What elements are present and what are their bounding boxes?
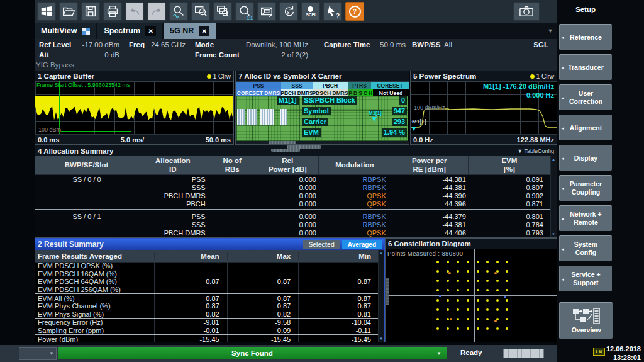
alloc-horizontal-scrollbar[interactable] bbox=[236, 141, 409, 144]
close-icon[interactable]: ✕ bbox=[199, 26, 209, 36]
allocation-column-header[interactable]: Rel Power [dB] bbox=[257, 156, 319, 175]
result-row[interactable]: EVM PDSCH 256QAM (%) bbox=[35, 286, 379, 294]
allocation-column-header[interactable]: Modulation bbox=[319, 156, 391, 175]
allocation-column-header[interactable]: Allocation ID bbox=[138, 156, 208, 175]
marker-m1-label[interactable]: M1[1] bbox=[369, 110, 382, 116]
softkey-reference[interactable]: Reference◂ bbox=[559, 24, 612, 50]
dropdown-icon[interactable]: ▼ bbox=[436, 351, 441, 356]
freq-value[interactable]: 24.65 GHz bbox=[151, 41, 186, 48]
sync-status-bar[interactable]: Sync Found ▼ bbox=[58, 347, 447, 359]
tab-multiview[interactable]: MultiView bbox=[35, 23, 96, 39]
zoom-one-to-one-button[interactable]: 1:1 bbox=[235, 2, 254, 21]
allocation-column-header[interactable]: No of RBs bbox=[208, 156, 257, 175]
result-row[interactable]: EVM All (%)0.870.870.87 bbox=[35, 293, 379, 302]
alloc-grid-plot[interactable]: M1[1] SS/PBCH Block 0 Symbol 947 Carrier… bbox=[236, 96, 408, 141]
allocation-row[interactable]: SS / 0 / 0PSS0.000RBPSK-44.3810.891 bbox=[35, 175, 551, 183]
tab-spectrum[interactable]: Spectrum ✕ bbox=[97, 23, 162, 39]
result-row[interactable]: EVM PDSCH 64QAM (%)0.870.870.87 bbox=[35, 278, 379, 286]
result-table-body[interactable]: EVM PDSCH QPSK (%)EVM PDSCH 16QAM (%)EVM… bbox=[35, 262, 379, 342]
softkey-display[interactable]: Display◂ bbox=[559, 145, 612, 171]
result-column-header[interactable]: Mean bbox=[154, 252, 227, 260]
result-row[interactable]: EVM Phys Signal (%)0.820.820.81 bbox=[35, 310, 379, 319]
allocation-row[interactable]: SSS0.000RBPSK-44.3810.784 bbox=[35, 220, 551, 229]
result-row[interactable]: EVM PDSCH QPSK (%) bbox=[35, 262, 379, 270]
mode-value[interactable]: Downlink, 100 MHz bbox=[223, 41, 308, 48]
bwp-value[interactable]: All bbox=[444, 41, 452, 48]
allocation-column-header[interactable]: BWP/SF/Slot bbox=[35, 156, 138, 175]
allocation-table-header: BWP/SF/SlotAllocation IDNo of RBsRel Pow… bbox=[35, 156, 551, 175]
redo-button[interactable] bbox=[147, 2, 166, 21]
constellation-plot[interactable]: Points Measured : 880800 bbox=[386, 249, 557, 342]
allocation-row[interactable]: SS / 0 / 1PSS0.000RBPSK-44.3790.801 bbox=[35, 212, 551, 220]
panel-title-bar[interactable]: 5 Power Spectrum 1 Clrw bbox=[411, 71, 557, 82]
status-dropdown[interactable]: ▼ bbox=[19, 347, 57, 360]
scpi-recorder-button[interactable]: SCPI bbox=[301, 2, 320, 21]
panel-title-bar[interactable]: 2 Result Summary Selected Averaged bbox=[35, 239, 384, 250]
allocation-row[interactable]: PBCH0.000QPSK-44.3960.871 bbox=[35, 200, 551, 208]
power-spectrum-plot[interactable]: M1[1] -176.20 dBm/Hz 0.000 Hz -100 dBm/H… bbox=[411, 81, 557, 135]
context-help-button[interactable]: ? bbox=[323, 2, 342, 21]
result-row[interactable]: EVM PDSCH 16QAM (%) bbox=[35, 270, 379, 278]
softkey-service-support[interactable]: Service + Support◂ bbox=[559, 266, 612, 291]
legend-chip: PSS bbox=[236, 82, 281, 89]
tab-overflow-button[interactable]: ▼ bbox=[543, 23, 557, 39]
display-frame-button[interactable] bbox=[257, 2, 276, 21]
result-row[interactable]: Frequency Error (Hz)-9.81-9.58-10.04 bbox=[35, 318, 379, 327]
marker-m1-icon[interactable] bbox=[411, 127, 416, 131]
open-file-button[interactable] bbox=[59, 2, 78, 21]
softkey-system-config[interactable]: System Config◂ bbox=[559, 235, 612, 261]
panel-title-bar[interactable]: 6 Constellation Diagram bbox=[386, 239, 557, 249]
allocation-column-header[interactable]: Power per RE [dBm] bbox=[391, 156, 469, 175]
panel-title-bar[interactable]: 7 Alloc ID vs Symbol X Carrier bbox=[236, 71, 409, 82]
marker-m1-label[interactable]: M1[1] bbox=[412, 118, 426, 125]
allocation-cell: -44.381 bbox=[391, 184, 469, 191]
tab-5g-nr[interactable]: 5G NR ✕ bbox=[164, 23, 216, 39]
result-row[interactable]: Sampling Error (ppm)-0.010.09-0.11 bbox=[35, 327, 379, 335]
frame-count-value[interactable]: 2 of 2(2) bbox=[223, 51, 308, 59]
result-column-header[interactable]: Max bbox=[227, 252, 299, 260]
allocation-table-body[interactable]: SS / 0 / 0PSS0.000RBPSK-44.3810.891SSS0.… bbox=[35, 175, 551, 237]
constellation-point bbox=[506, 318, 508, 320]
softkey-parameter-coupling[interactable]: Parameter Coupling◂ bbox=[559, 175, 612, 201]
allocation-row[interactable]: PBCH DMRS0.000QPSK-44.4060.793 bbox=[35, 229, 551, 237]
zoom-area-button[interactable] bbox=[191, 2, 210, 21]
softkey-user-correction[interactable]: User Correction◂ bbox=[559, 84, 612, 110]
softkey-alignment[interactable]: Alignment◂ bbox=[559, 115, 612, 140]
ref-level-value[interactable]: -17.00 dBm bbox=[72, 41, 119, 48]
allocation-vertical-scrollbar[interactable]: ▲▼ bbox=[550, 156, 557, 237]
table-config-button[interactable]: ▼ TableConfig bbox=[517, 148, 554, 154]
softkey-network-remote[interactable]: Network + Remote◂ bbox=[559, 205, 612, 231]
capture-time-value[interactable]: 50.0 ms bbox=[374, 41, 406, 48]
tab-averaged[interactable]: Averaged bbox=[342, 240, 382, 249]
capture-buffer-plot[interactable]: Frame Start Offset : 5.966023542 ms -100… bbox=[35, 81, 233, 135]
att-value[interactable]: 0 dB bbox=[72, 51, 119, 59]
help-button[interactable]: ? bbox=[345, 2, 364, 21]
result-label-cell: Sampling Error (ppm) bbox=[35, 327, 154, 335]
result-column-header[interactable]: Min bbox=[298, 252, 379, 260]
undo-button[interactable] bbox=[125, 2, 144, 21]
allocation-row[interactable]: SSS0.000RBPSK-44.3810.807 bbox=[35, 183, 551, 191]
allocation-column-header[interactable]: EVM [%] bbox=[469, 156, 551, 175]
scroll-thumb[interactable] bbox=[271, 149, 300, 152]
close-icon[interactable]: ✕ bbox=[145, 26, 156, 36]
multi-zoom-button[interactable] bbox=[213, 2, 232, 21]
result-row[interactable]: Power (dBm)-15.45-15.45-15.45 bbox=[35, 334, 379, 342]
result-column-header[interactable]: Frame Results Averaged bbox=[35, 252, 154, 260]
screenshot-button[interactable] bbox=[513, 2, 540, 21]
windows-start-button[interactable] bbox=[37, 2, 56, 21]
scroll-thumb[interactable] bbox=[287, 145, 321, 149]
print-button[interactable] bbox=[103, 2, 122, 21]
overview-button[interactable]: Overview bbox=[559, 302, 613, 339]
save-button[interactable] bbox=[81, 2, 100, 21]
scroll-thumb[interactable] bbox=[269, 141, 296, 144]
zoom-signal-button[interactable] bbox=[169, 2, 188, 21]
result-row[interactable]: EVM Phys Channel (%)0.870.870.87 bbox=[35, 302, 379, 310]
panel-drag-handle[interactable] bbox=[386, 278, 389, 305]
softkey-transducer[interactable]: Transducer◂ bbox=[559, 54, 612, 80]
sync-button[interactable]: s bbox=[279, 2, 298, 21]
marker-m1-icon[interactable] bbox=[372, 117, 377, 122]
result-vertical-scrollbar[interactable]: ▲▼ bbox=[378, 250, 384, 342]
allocation-row[interactable]: PBCH DMRS0.000QPSK-44.3900.902 bbox=[35, 191, 551, 200]
panel-title-bar[interactable]: 1 Capture Buffer 1 Clrw bbox=[35, 71, 233, 82]
tab-selected[interactable]: Selected bbox=[303, 240, 340, 249]
